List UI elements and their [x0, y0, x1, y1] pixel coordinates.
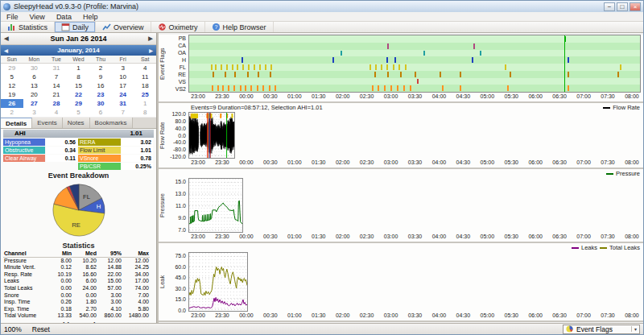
event-tick — [460, 72, 461, 77]
calendar-day[interactable]: 3 — [23, 108, 46, 117]
calendar-day[interactable]: 2 — [1, 108, 23, 117]
calendar-day[interactable]: 29 — [1, 64, 23, 72]
calendar-day[interactable]: 1 — [134, 99, 156, 108]
prev-day-button[interactable]: ◀ — [1, 35, 12, 42]
calendar-day[interactable]: 31 — [45, 64, 68, 72]
calendar-day[interactable]: 10 — [112, 72, 134, 81]
calendar-day[interactable]: 27 — [23, 99, 46, 108]
event-flag-row-vs[interactable] — [189, 78, 640, 85]
tab-notes[interactable]: Notes — [63, 118, 90, 128]
event-flag-row-pb[interactable] — [189, 35, 640, 43]
time-tick-label: 02:00 — [336, 93, 350, 99]
toolbar-daily[interactable]: Daily — [55, 22, 96, 32]
calendar-day[interactable]: 7 — [45, 72, 68, 81]
calendar-day[interactable]: 7 — [112, 108, 134, 117]
calendar-day[interactable]: 2 — [89, 64, 112, 72]
calendar-day[interactable]: 23 — [89, 90, 112, 99]
menu-file[interactable]: File — [1, 13, 24, 21]
close-button[interactable]: × — [630, 2, 641, 11]
event-flag-row-re[interactable] — [189, 71, 640, 78]
calendar-day[interactable]: 22 — [68, 90, 90, 99]
minimize-button[interactable]: − — [604, 2, 615, 11]
next-day-button[interactable]: ▶ — [145, 35, 156, 42]
calendar-day[interactable]: 6 — [89, 108, 112, 117]
y-axis-label: 80.0 — [175, 118, 186, 124]
calendar-day[interactable]: 6 — [23, 72, 46, 81]
event-flag-row-vs2[interactable] — [189, 85, 640, 92]
titlebar[interactable]: SleepyHead v0.9.3-0 (Profile: Marvina) −… — [1, 1, 643, 12]
calendar-day[interactable]: 29 — [68, 99, 90, 108]
event-flag-row-h[interactable] — [189, 56, 640, 64]
calendar-day[interactable]: 26 — [1, 99, 23, 108]
maximize-button[interactable]: □ — [617, 2, 628, 11]
menu-help[interactable]: Help — [77, 13, 104, 21]
calendar-day[interactable]: 19 — [1, 90, 23, 99]
calendar-day[interactable]: 30 — [89, 99, 112, 108]
calendar-day[interactable]: 24 — [112, 90, 134, 99]
event-tick — [568, 72, 569, 77]
time-axis: 23:0023:3000:0000:3001:0001:3002:0002:30… — [190, 93, 640, 101]
event-type-label: Hypopnea — [3, 139, 45, 146]
next-month-button[interactable]: ▶ — [146, 48, 156, 53]
leak-axis-label: Leak — [159, 252, 167, 312]
calendar-day[interactable]: 5 — [1, 72, 23, 81]
toolbar-oximetry[interactable]: Oximetry — [151, 22, 205, 32]
event-flags-plot[interactable] — [188, 35, 641, 93]
calendar-day[interactable]: 4 — [45, 108, 68, 117]
time-tick-label: 06:00 — [528, 234, 543, 239]
menu-view[interactable]: View — [24, 13, 51, 21]
y-axis-label: -120.0 — [170, 154, 186, 159]
overview-icon — [102, 23, 111, 31]
menu-data[interactable]: Data — [51, 13, 77, 21]
y-axis-label: 15.0 — [175, 179, 186, 184]
event-flag-row-oa[interactable] — [189, 50, 640, 57]
calendar-day[interactable]: 9 — [89, 72, 112, 81]
prev-month-button[interactable]: ◀ — [1, 48, 11, 53]
event-flags-row-labels: PBCAOAHFLREVSVS2 — [167, 35, 188, 93]
calendar-day[interactable]: 1 — [68, 64, 90, 72]
y-axis-label: 45.0 — [175, 275, 186, 280]
calendar-day[interactable]: 11 — [134, 72, 156, 81]
tab-events[interactable]: Events — [32, 118, 62, 128]
calendar-day[interactable]: 12 — [1, 81, 23, 90]
time-tick-label: 04:30 — [456, 159, 471, 165]
stats-cell: Pressure — [3, 258, 48, 265]
calendar-day[interactable]: 21 — [45, 90, 68, 99]
calendar-day[interactable]: 13 — [23, 81, 46, 90]
reset-button[interactable]: Reset — [28, 325, 54, 334]
stats-cell: 15.00 — [97, 278, 122, 285]
time-tick-label: 01:30 — [312, 159, 326, 165]
toolbar-help-browser[interactable]: ?Help Browser — [205, 22, 274, 32]
calendar-day[interactable]: 31 — [112, 99, 134, 108]
graph-selector-combo[interactable]: Event Flags ▾ — [563, 325, 640, 334]
calendar-day[interactable]: 28 — [45, 99, 68, 108]
calendar-day[interactable]: 17 — [112, 81, 134, 90]
stats-cell: 10.20 — [72, 258, 97, 265]
tab-bookmarks[interactable]: Bookmarks — [90, 118, 133, 128]
calendar-day[interactable]: 15 — [68, 81, 90, 90]
calendar-day[interactable]: 14 — [45, 81, 68, 90]
calendar-day[interactable]: 3 — [112, 64, 134, 72]
pressure-plot[interactable] — [188, 178, 243, 233]
calendar-day[interactable]: 16 — [89, 81, 112, 90]
stats-cell: 57.00 — [97, 285, 122, 292]
calendar-day[interactable]: 30 — [23, 64, 46, 72]
event-flag-row-fl[interactable] — [189, 64, 640, 71]
calendar-day[interactable]: 5 — [68, 108, 90, 117]
calendar-day[interactable]: 18 — [134, 81, 156, 90]
tab-details[interactable]: Details — [1, 118, 32, 128]
time-tick-label: 07:30 — [601, 93, 615, 99]
main-content: ◀ Sun Jan 26 2014 ▶ ◀ January, 2014 ▶ Su… — [1, 33, 643, 323]
time-tick-label: 04:30 — [456, 234, 471, 239]
calendar-day[interactable]: 4 — [134, 64, 156, 72]
toolbar-overview[interactable]: Overview — [96, 22, 151, 32]
calendar-day[interactable]: 20 — [23, 90, 46, 99]
flow-rate-plot[interactable] — [188, 112, 235, 159]
toolbar-statistics[interactable]: Statistics — [1, 22, 55, 32]
leak-plot[interactable] — [188, 252, 248, 312]
event-flag-row-ca[interactable] — [189, 43, 640, 50]
calendar-day[interactable]: 25 — [134, 90, 156, 99]
calendar-day[interactable]: 8 — [134, 108, 156, 117]
calendar-day[interactable]: 8 — [68, 72, 90, 81]
toolbar-label-daily: Daily — [72, 23, 89, 31]
